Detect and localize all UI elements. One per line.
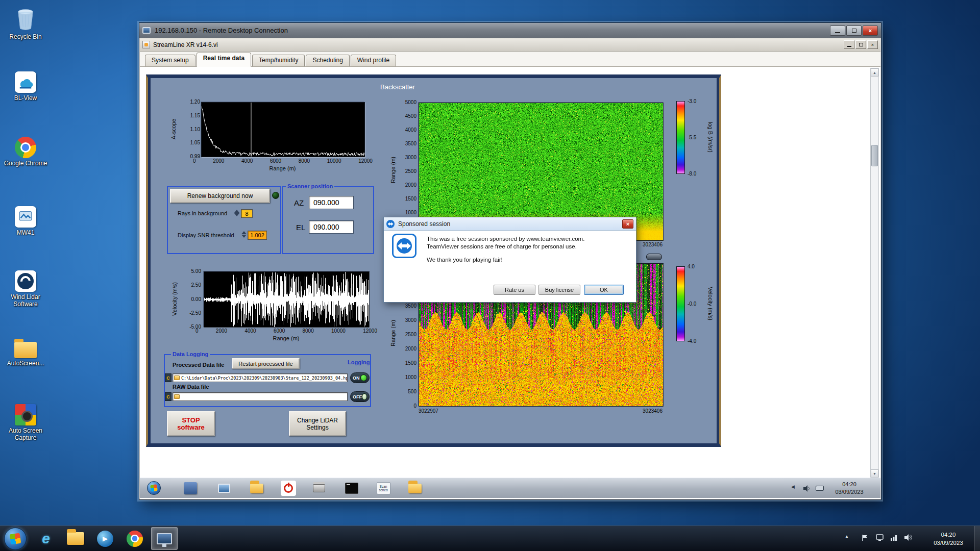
remote-keyboard-icon[interactable] xyxy=(816,486,824,491)
tick-label: 1500 xyxy=(405,360,416,366)
tick-label: 12000 xyxy=(363,328,377,334)
remote-volume-icon[interactable] xyxy=(803,485,811,494)
remote-taskbar-printer[interactable] xyxy=(311,481,327,496)
restart-processed-file-button[interactable]: Restart processed file xyxy=(232,358,300,369)
change-lidar-settings-button[interactable]: Change LiDAR Settings xyxy=(289,411,346,436)
scroll-down-arrow[interactable]: ▼ xyxy=(871,469,878,478)
desktop-icon-autoscreen[interactable]: AutoScreen... xyxy=(2,332,49,367)
scan-sched-icon: Scan sched xyxy=(377,482,390,494)
taskbar-media-player[interactable]: ▶ xyxy=(92,527,118,550)
raw-path-field[interactable] xyxy=(173,392,348,401)
desktop-icon-mw41[interactable]: MW41 xyxy=(2,201,49,236)
rdp-titlebar[interactable]: 192.168.0.150 - Remote Desktop Connectio… xyxy=(139,23,881,38)
tick-label: -3.0 xyxy=(688,98,696,104)
taskbar-internet-explorer[interactable]: e xyxy=(33,527,59,550)
tick-label: 3000 xyxy=(405,317,416,323)
tab-temp-humidity[interactable]: Temp/humidity xyxy=(252,55,305,66)
processed-logging-toggle[interactable]: ON xyxy=(350,372,370,383)
remote-taskbar-explorer[interactable] xyxy=(407,481,423,496)
tab-scheduling[interactable]: Scheduling xyxy=(306,55,349,66)
az-value-field[interactable]: 090.000 xyxy=(309,196,354,209)
remote-taskbar-power-app[interactable] xyxy=(281,481,296,496)
tick-label: 8000 xyxy=(303,328,314,334)
tick-label: -2.50 xyxy=(189,310,201,316)
snr-spinner[interactable] xyxy=(241,231,247,238)
rdp-minimize-button[interactable] xyxy=(830,26,845,36)
change-line1: Change LiDAR xyxy=(297,417,338,424)
tab-system-setup[interactable]: System setup xyxy=(145,55,195,66)
rays-spinner[interactable] xyxy=(234,210,239,216)
remote-taskbar-scan-sched[interactable]: Scan sched xyxy=(376,481,391,496)
snr-value-field[interactable]: 1.002 xyxy=(248,231,267,240)
tab-wind-profile[interactable]: Wind profile xyxy=(351,55,396,66)
desktop-icon-recycle-bin[interactable]: Recycle Bin xyxy=(2,5,49,40)
start-button[interactable] xyxy=(4,528,27,550)
taskbar-windows-explorer[interactable] xyxy=(62,527,89,550)
rdp-close-button[interactable]: × xyxy=(863,26,878,36)
buy-license-button[interactable]: Buy license xyxy=(538,285,580,295)
remote-clock[interactable]: 04:20 03/09/2023 xyxy=(830,481,869,496)
vertical-scrollbar[interactable]: ▲ ▼ xyxy=(870,68,879,478)
el-label: EL xyxy=(296,223,305,232)
taskbar-remote-desktop[interactable] xyxy=(151,527,178,550)
folder-icon xyxy=(250,484,263,493)
desktop-icon-label: Google Chrome xyxy=(2,160,49,167)
browse-folder-icon[interactable] xyxy=(174,394,180,399)
tick-label: 4.0 xyxy=(688,264,696,269)
remote-taskbar-computer[interactable] xyxy=(216,481,232,496)
app-close-button[interactable]: × xyxy=(867,40,878,49)
desktop-icon-wind-lidar[interactable]: Wind Lidar Software xyxy=(2,265,49,308)
tray-display-icon[interactable] xyxy=(876,534,884,542)
teamviewer-dialog-titlebar[interactable]: Sponsored session × xyxy=(384,217,636,231)
tray-show-hidden-icons[interactable]: ▲ xyxy=(845,534,849,539)
velocity-plot[interactable] xyxy=(204,271,370,328)
clock-time: 04:20 xyxy=(925,531,972,539)
taskbar-chrome[interactable] xyxy=(121,527,148,550)
el-value-field[interactable]: 090.000 xyxy=(309,220,354,234)
color-scale-knob[interactable] xyxy=(646,254,662,260)
scroll-thumb[interactable] xyxy=(871,145,878,166)
show-desktop-button[interactable] xyxy=(974,526,980,551)
computer-icon xyxy=(218,484,230,493)
app-restore-button[interactable] xyxy=(855,40,866,49)
stop-software-button[interactable]: STOP software xyxy=(167,411,215,436)
rays-in-background-label: Rays in background xyxy=(178,210,227,216)
power-icon xyxy=(284,484,293,493)
ok-button[interactable]: OK xyxy=(584,285,624,295)
tick-label: 12000 xyxy=(358,158,373,164)
tick-label: 1.05 xyxy=(190,140,200,145)
rdp-restore-button[interactable] xyxy=(846,26,862,36)
rdp-window-title: 192.168.0.150 - Remote Desktop Connectio… xyxy=(155,27,829,34)
ascope-plot[interactable] xyxy=(201,102,365,157)
tray-volume-icon[interactable] xyxy=(904,534,912,542)
processed-path-field[interactable]: C:\Lidar\Data\Proc\2023\202309\20230903\… xyxy=(173,373,348,382)
system-clock[interactable]: 04:20 03/09/2023 xyxy=(925,531,972,547)
rate-us-button[interactable]: Rate us xyxy=(494,285,535,295)
tab-real-time-data[interactable]: Real time data xyxy=(197,53,251,67)
desktop-icon-bl-view[interactable]: BL-View xyxy=(2,66,49,102)
desktop-icon-google-chrome[interactable]: Google Chrome xyxy=(2,132,49,167)
processed-data-file-label: Processed Data file xyxy=(173,362,225,368)
raw-drive-chip: C xyxy=(165,392,172,401)
labview-vi-icon xyxy=(142,41,150,48)
tray-network-icon[interactable] xyxy=(890,534,897,542)
app-minimize-button[interactable] xyxy=(844,40,854,49)
desktop-icon-auto-screen-capture[interactable]: Auto Screen Capture xyxy=(2,399,49,441)
folder-icon xyxy=(67,532,84,545)
renew-background-button[interactable]: Renew background now xyxy=(170,189,270,203)
remote-tray-expand-arrow[interactable]: ◀ xyxy=(791,484,795,489)
remote-start-button[interactable] xyxy=(147,481,161,495)
az-label: AZ xyxy=(294,198,304,207)
remote-taskbar-control-panel[interactable] xyxy=(183,481,198,496)
dialog-close-button[interactable]: × xyxy=(622,219,633,229)
remote-taskbar-documents[interactable] xyxy=(249,481,264,496)
chrome-icon xyxy=(2,132,49,158)
raw-logging-toggle[interactable]: OFF xyxy=(350,391,370,402)
tick-label: 4000 xyxy=(241,158,253,164)
browse-folder-icon[interactable] xyxy=(174,375,180,380)
rays-value-field[interactable]: 8 xyxy=(241,209,253,218)
scroll-up-arrow[interactable]: ▲ xyxy=(871,68,878,77)
tray-action-center-icon[interactable] xyxy=(862,534,868,542)
app-titlebar[interactable]: StreamLine XR v14-6.vi × xyxy=(140,38,880,52)
remote-taskbar-cmd[interactable] xyxy=(344,481,359,496)
